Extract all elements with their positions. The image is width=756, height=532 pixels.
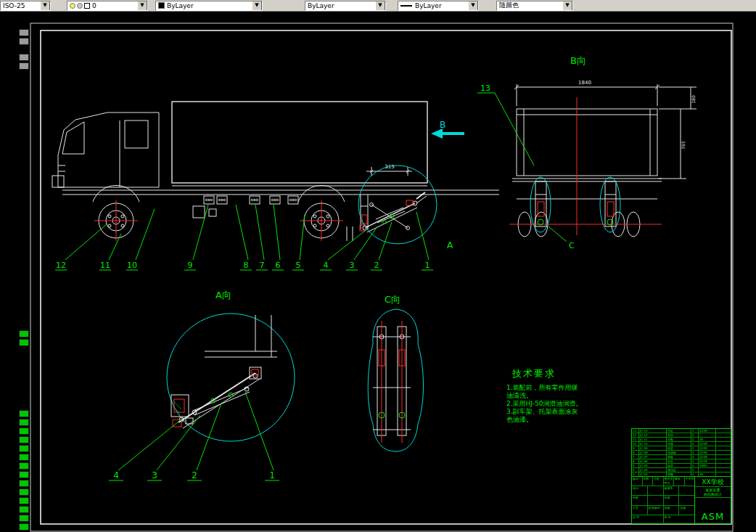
tb-label: 批准 <box>664 496 680 504</box>
chassis-brackets <box>193 196 298 218</box>
b-view <box>509 84 697 237</box>
lineweight-sample-icon <box>400 5 412 7</box>
tech-req-title: 技术要求 <box>511 368 556 379</box>
color-value: ByLayer <box>167 2 194 9</box>
lineweight-combo[interactable]: ByLayer ▼ <box>398 1 479 11</box>
layer-value: 0 <box>92 2 96 9</box>
title-block: 13JC-13托架1Q23512JC-12车轮211JC-11轮毂24510JC… <box>631 428 731 524</box>
toolbar-button-icon[interactable] <box>19 445 29 452</box>
color-combo[interactable]: ByLayer ▼ <box>155 1 263 11</box>
tb-label <box>648 486 664 495</box>
callout-9: 9 <box>188 261 193 270</box>
chevron-down-icon[interactable]: ▼ <box>562 1 572 11</box>
toolbar-button-icon[interactable] <box>19 506 29 513</box>
school-name: XX学校 <box>695 478 731 487</box>
tb-label: 设计 <box>632 486 648 495</box>
left-toolbar[interactable] <box>19 26 30 531</box>
tb-label: 阶段标记 <box>648 506 664 515</box>
drawing-number: ASM <box>702 511 724 522</box>
toolbar-button-icon[interactable] <box>19 515 29 522</box>
toolbar-button-icon[interactable] <box>19 427 29 435</box>
tb-label <box>679 496 694 504</box>
layer-color-chip <box>84 3 90 9</box>
layer-on-icon <box>70 3 75 9</box>
dim-765-label: 765 <box>681 141 686 150</box>
callout-10: 10 <box>127 261 137 270</box>
linetype-value: ByLayer <box>308 2 334 9</box>
toolbar-button-icon[interactable] <box>19 523 29 531</box>
layer-combo[interactable]: 0 ▼ <box>67 1 148 11</box>
wheel-centerlines <box>94 200 343 241</box>
callout-7: 7 <box>260 261 265 270</box>
plotstyle-combo[interactable]: 随颜色 ▼ <box>496 1 573 11</box>
c-letter: C <box>569 241 575 250</box>
detail-circle-a <box>358 165 437 244</box>
tb-label: 第 张 <box>664 515 695 524</box>
chevron-down-icon[interactable]: ▼ <box>137 1 147 11</box>
a-view-callouts: 4 3 2 1 <box>109 392 279 480</box>
b-arrow-label: B <box>440 120 445 130</box>
tb-label: 审核 <box>632 496 648 504</box>
object-properties-toolbar: ISO-25 ▼ 0 ▼ ByLayer ▼ ByLayer ▼ ByLayer… <box>0 0 756 12</box>
a-view-label: A向 <box>215 290 231 300</box>
plotstyle-value: 随颜色 <box>499 1 519 10</box>
callout-12: 12 <box>56 261 66 270</box>
callout-4: 4 <box>324 261 329 270</box>
chevron-down-icon[interactable]: ▼ <box>252 1 262 11</box>
tb-label: 标准化 <box>664 486 680 495</box>
callout-13: 13 <box>480 83 490 93</box>
dim-180-label: 180 <box>691 95 696 104</box>
toolbar-button-icon[interactable] <box>19 471 29 478</box>
toolbar-button-icon[interactable] <box>19 436 29 443</box>
chevron-down-icon[interactable]: ▼ <box>375 1 385 11</box>
linetype-combo[interactable]: ByLayer ▼ <box>305 1 386 11</box>
c-indicator: C <box>548 226 575 250</box>
tb-label: 分区 <box>653 477 664 486</box>
toolbar-button-icon[interactable] <box>19 38 29 45</box>
tb-label: 签名 <box>674 477 685 486</box>
callout-11: 11 <box>100 261 110 270</box>
bom-table: 13JC-13托架1Q23512JC-12车轮211JC-11轮毂24510JC… <box>632 429 731 476</box>
a-callout-2: 2 <box>192 470 197 480</box>
project-title-line2: 的结构设计 <box>695 492 731 496</box>
tb-label <box>679 486 694 495</box>
tb-label: 共 张 <box>632 515 664 524</box>
toolbar-button-icon[interactable] <box>19 497 29 504</box>
tb-label: 年月日 <box>685 477 695 486</box>
dim-style-combo[interactable]: ISO-25 ▼ <box>0 1 51 11</box>
title-block-grid: 标记 处数 分区 更改文件号 签名 年月日 设计 标准化 审核 <box>632 477 695 524</box>
toolbar-button-icon[interactable] <box>19 454 29 461</box>
callout-2: 2 <box>374 261 379 270</box>
toolbar-button-icon[interactable] <box>19 410 29 417</box>
toolbar-button-icon[interactable] <box>19 339 29 346</box>
tech-req-line: 油清洗。 <box>506 392 533 399</box>
arrow-left-icon <box>431 128 443 139</box>
layer-freeze-icon <box>77 3 83 9</box>
toolbar-button-icon[interactable] <box>19 488 29 496</box>
a-callout-4: 4 <box>113 470 119 480</box>
chevron-down-icon[interactable]: ▼ <box>468 1 478 11</box>
toolbar-button-icon[interactable] <box>19 29 29 36</box>
toolbar-button-icon[interactable] <box>19 54 29 61</box>
tech-req-line: 2.采用HJ-50润滑油润滑。 <box>506 400 582 407</box>
tb-label: 比例 <box>679 506 694 515</box>
tb-label: 质量 <box>664 506 680 515</box>
callout-5: 5 <box>296 261 301 270</box>
c-view-label: C向 <box>385 294 400 305</box>
tb-label: 标记 <box>632 477 643 486</box>
toolbar-button-icon[interactable] <box>19 462 29 470</box>
toolbar-button-icon[interactable] <box>19 62 29 70</box>
toolbar-button-icon[interactable] <box>19 330 29 337</box>
callout-8: 8 <box>244 261 249 270</box>
tb-label: 处数 <box>643 477 654 486</box>
chevron-down-icon[interactable]: ▼ <box>40 1 50 11</box>
tech-req-line: 色油漆。 <box>506 416 533 423</box>
callout-6: 6 <box>276 261 281 270</box>
toolbar-button-icon[interactable] <box>19 419 29 426</box>
tech-req-line: 3.副车架、托架表面涂灰 <box>506 408 578 415</box>
a-callout-1: 1 <box>269 470 275 480</box>
toolbar-button-icon[interactable] <box>19 480 29 487</box>
cad-application: ISO-25 ▼ 0 ▼ ByLayer ▼ ByLayer ▼ ByLayer… <box>0 0 756 532</box>
tb-label: 工艺 <box>632 506 648 515</box>
sheet-frame <box>30 23 733 531</box>
